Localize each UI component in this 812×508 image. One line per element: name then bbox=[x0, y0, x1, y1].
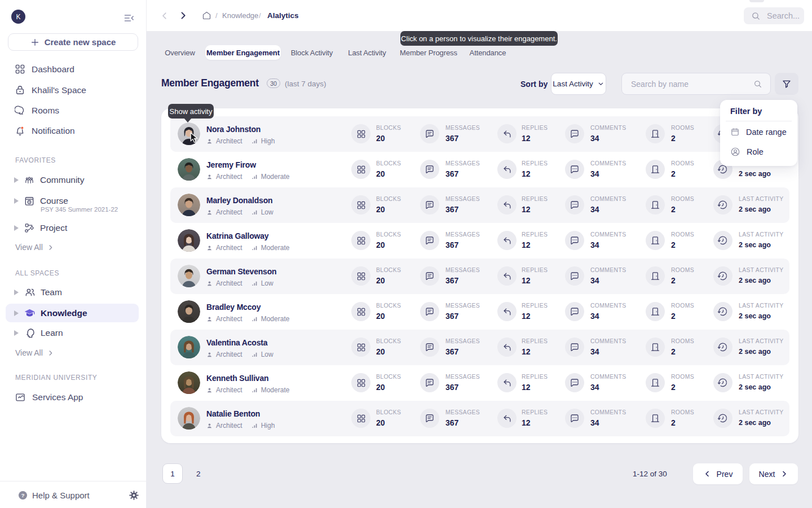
svg-text:?: ? bbox=[21, 492, 24, 498]
